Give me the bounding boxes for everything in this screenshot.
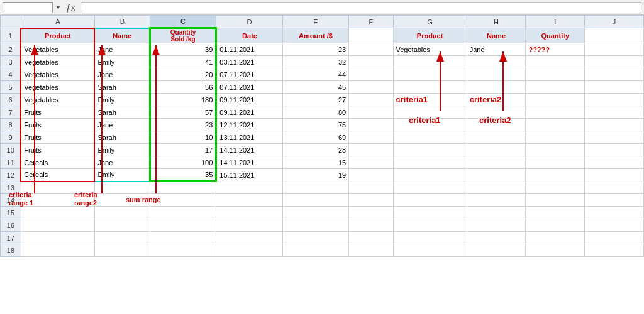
cell-e1[interactable]: Amount /$: [282, 28, 348, 43]
cell-i1[interactable]: Quantity: [526, 28, 585, 43]
cell-e15[interactable]: [282, 207, 348, 219]
cell-h18[interactable]: [467, 244, 526, 257]
cell-e2[interactable]: 23: [282, 43, 348, 56]
cell-d11[interactable]: 14.11.2021: [216, 156, 282, 169]
cell-b4[interactable]: Jane: [94, 68, 150, 81]
cell-b7[interactable]: Sarah: [94, 106, 150, 119]
cell-g12[interactable]: [393, 169, 467, 181]
cell-d5[interactable]: 07.11.2021: [216, 81, 282, 94]
cell-c18[interactable]: [150, 244, 216, 257]
cell-h10[interactable]: [467, 144, 526, 156]
cell-b17[interactable]: [94, 232, 150, 244]
col-header-a[interactable]: A: [21, 16, 94, 28]
cell-c16[interactable]: [150, 219, 216, 232]
cell-j11[interactable]: [585, 156, 644, 169]
col-header-h[interactable]: H: [467, 16, 526, 28]
cell-c1[interactable]: QuantitySold /kg: [150, 28, 216, 43]
cell-i4[interactable]: [526, 68, 585, 81]
cell-f5[interactable]: [349, 81, 393, 94]
cell-e8[interactable]: 75: [282, 119, 348, 131]
cell-b13[interactable]: [94, 181, 150, 194]
cell-f14[interactable]: [349, 194, 393, 207]
cell-d7[interactable]: 09.11.2021: [216, 106, 282, 119]
cell-j4[interactable]: [585, 68, 644, 81]
cell-b11[interactable]: Jane: [94, 156, 150, 169]
cell-h11[interactable]: [467, 156, 526, 169]
cell-b3[interactable]: Emily: [94, 56, 150, 68]
cell-i6[interactable]: [526, 94, 585, 106]
cell-g5[interactable]: [393, 81, 467, 94]
cell-e4[interactable]: 44: [282, 68, 348, 81]
cell-j3[interactable]: [585, 56, 644, 68]
cell-c8[interactable]: 23: [150, 119, 216, 131]
cell-a6[interactable]: Vegetables: [21, 94, 94, 106]
cell-b8[interactable]: Jane: [94, 119, 150, 131]
col-header-g[interactable]: G: [393, 16, 467, 28]
cell-j10[interactable]: [585, 144, 644, 156]
cell-j2[interactable]: [585, 43, 644, 56]
cell-j6[interactable]: [585, 94, 644, 106]
cell-g6[interactable]: criteria1: [393, 94, 467, 106]
cell-i5[interactable]: [526, 81, 585, 94]
cell-g1[interactable]: Product: [393, 28, 467, 43]
cell-f8[interactable]: [349, 119, 393, 131]
cell-j18[interactable]: [585, 244, 644, 257]
cell-c6[interactable]: 180: [150, 94, 216, 106]
col-header-c[interactable]: C: [150, 16, 216, 28]
cell-e11[interactable]: 15: [282, 156, 348, 169]
cell-i17[interactable]: [526, 232, 585, 244]
cell-h1[interactable]: Name: [467, 28, 526, 43]
cell-e16[interactable]: [282, 219, 348, 232]
col-header-j[interactable]: J: [585, 16, 644, 28]
cell-d15[interactable]: [216, 207, 282, 219]
cell-b6[interactable]: Emily: [94, 94, 150, 106]
cell-j12[interactable]: [585, 169, 644, 181]
cell-i9[interactable]: [526, 131, 585, 144]
cell-b10[interactable]: Emily: [94, 144, 150, 156]
cell-i13[interactable]: [526, 181, 585, 194]
cell-i12[interactable]: [526, 169, 585, 181]
cell-d12[interactable]: 15.11.2021: [216, 169, 282, 181]
cell-f18[interactable]: [349, 244, 393, 257]
cell-c10[interactable]: 17: [150, 144, 216, 156]
cell-d13[interactable]: [216, 181, 282, 194]
cell-j8[interactable]: [585, 119, 644, 131]
cell-i10[interactable]: [526, 144, 585, 156]
col-header-e[interactable]: E: [282, 16, 348, 28]
cell-d4[interactable]: 07.11.2021: [216, 68, 282, 81]
cell-a18[interactable]: [21, 244, 94, 257]
cell-a11[interactable]: Cereals: [21, 156, 94, 169]
cell-e14[interactable]: [282, 194, 348, 207]
cell-a2[interactable]: Vegetables: [21, 43, 94, 56]
cell-d2[interactable]: 01.11.2021: [216, 43, 282, 56]
cell-a10[interactable]: Fruits: [21, 144, 94, 156]
cell-g16[interactable]: [393, 219, 467, 232]
cell-f16[interactable]: [349, 219, 393, 232]
col-header-f[interactable]: F: [349, 16, 393, 28]
cell-g3[interactable]: [393, 56, 467, 68]
cell-i16[interactable]: [526, 219, 585, 232]
cell-h14[interactable]: [467, 194, 526, 207]
cell-f4[interactable]: [349, 68, 393, 81]
cell-f12[interactable]: [349, 169, 393, 181]
cell-g11[interactable]: [393, 156, 467, 169]
cell-a9[interactable]: Fruits: [21, 131, 94, 144]
cell-j9[interactable]: [585, 131, 644, 144]
cell-g15[interactable]: [393, 207, 467, 219]
cell-c5[interactable]: 56: [150, 81, 216, 94]
cell-f1[interactable]: [349, 28, 393, 43]
cell-g10[interactable]: [393, 144, 467, 156]
cell-c12[interactable]: 35: [150, 169, 216, 181]
cell-i18[interactable]: [526, 244, 585, 257]
cell-f17[interactable]: [349, 232, 393, 244]
cell-h3[interactable]: [467, 56, 526, 68]
cell-b9[interactable]: Sarah: [94, 131, 150, 144]
cell-h12[interactable]: [467, 169, 526, 181]
cell-h15[interactable]: [467, 207, 526, 219]
name-box[interactable]: [3, 2, 53, 13]
cell-f3[interactable]: [349, 56, 393, 68]
cell-a5[interactable]: Vegetables: [21, 81, 94, 94]
cell-c11[interactable]: 100: [150, 156, 216, 169]
cell-d18[interactable]: [216, 244, 282, 257]
cell-c15[interactable]: [150, 207, 216, 219]
